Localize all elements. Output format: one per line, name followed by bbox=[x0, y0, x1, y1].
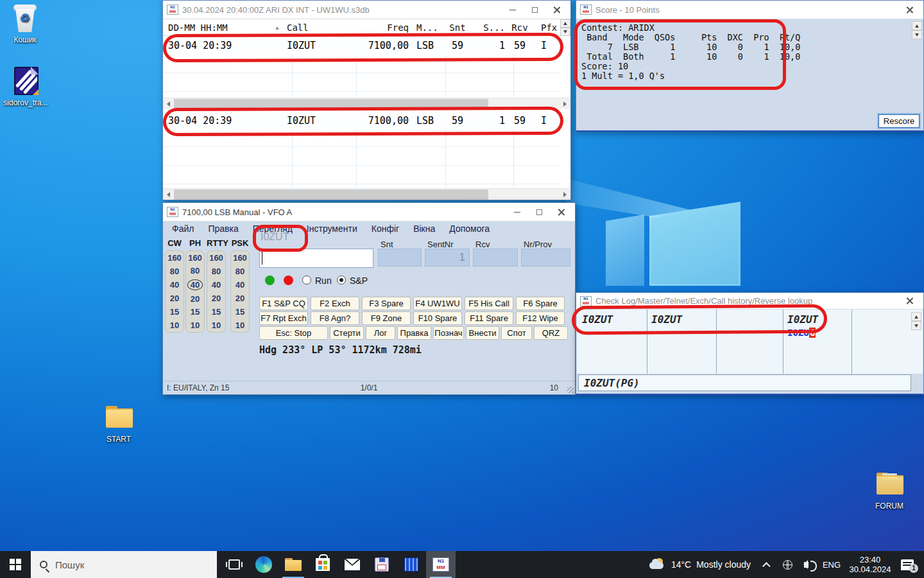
spin-down-icon[interactable] bbox=[911, 321, 921, 330]
desktop-icon-recycle-bin[interactable]: ♻ Кошик bbox=[1, 4, 49, 44]
band-button[interactable]: 10 bbox=[167, 320, 182, 330]
check-partial-call[interactable]: I0ZUG bbox=[787, 328, 816, 338]
band-button[interactable]: 80 bbox=[233, 267, 247, 276]
band-button[interactable]: 10 bbox=[188, 320, 202, 330]
band-button[interactable]: 80 bbox=[188, 266, 202, 276]
fkey-button[interactable]: F6 Spare bbox=[516, 297, 565, 310]
store-button[interactable] bbox=[308, 551, 338, 578]
scrollbar-thumb[interactable] bbox=[174, 99, 488, 109]
spin-up-icon[interactable] bbox=[911, 312, 921, 321]
run-radio[interactable] bbox=[302, 276, 311, 285]
menu-windows[interactable]: Вікна bbox=[413, 223, 435, 236]
edit-button[interactable]: Правка bbox=[397, 326, 431, 340]
tray-overflow-button[interactable] bbox=[757, 562, 778, 568]
check-window-titlebar[interactable]: N1MM Check Log/Master/Telnet/Exch/Call h… bbox=[576, 293, 923, 310]
fkey-button[interactable]: F10 Spare bbox=[413, 311, 462, 325]
check-call-master[interactable]: I0ZUT bbox=[651, 313, 682, 326]
close-button[interactable] bbox=[546, 2, 567, 17]
notification-center-button[interactable]: 1 bbox=[896, 559, 924, 570]
qrz-button[interactable]: QRZ bbox=[534, 326, 568, 340]
callsign-input[interactable] bbox=[259, 249, 373, 268]
band-button[interactable]: 160 bbox=[165, 253, 184, 263]
menu-tools[interactable]: Інструменти bbox=[307, 223, 357, 236]
spin-up-icon[interactable] bbox=[912, 21, 922, 30]
menu-config[interactable]: Конфіг bbox=[372, 223, 399, 236]
close-button[interactable] bbox=[551, 204, 571, 220]
desktop-icon-forum-folder[interactable]: FORUM bbox=[866, 470, 913, 511]
check-call-log[interactable]: I0ZUT bbox=[582, 313, 613, 326]
weather-widget[interactable]: 14°C Mostly cloudy bbox=[643, 558, 757, 571]
sentnr-input[interactable]: 1 bbox=[425, 249, 470, 267]
scrollbar-thumb[interactable] bbox=[174, 189, 488, 200]
fkey-button[interactable]: F7 Rpt Exch bbox=[259, 311, 308, 325]
log-table-header[interactable]: DD-MM HH:MM Call Freq M... Snt S... Rcv … bbox=[163, 19, 560, 36]
band-button[interactable]: 40 bbox=[167, 280, 182, 290]
band-button[interactable]: 160 bbox=[185, 253, 205, 263]
band-button[interactable]: 80 bbox=[209, 267, 223, 276]
band-button[interactable]: 15 bbox=[167, 307, 182, 317]
band-button[interactable]: 20 bbox=[209, 293, 223, 303]
spot-button[interactable]: Спот bbox=[501, 326, 532, 340]
band-button[interactable]: 80 bbox=[167, 267, 182, 276]
scroll-right-icon[interactable] bbox=[560, 98, 570, 109]
scroll-left-icon[interactable] bbox=[163, 98, 174, 109]
nrprov-input[interactable] bbox=[521, 249, 570, 267]
desktop-icon-sidorov-file[interactable]: sidorov_tra... bbox=[2, 67, 49, 107]
fkey-button[interactable]: F2 Exch bbox=[311, 297, 359, 310]
snt-input[interactable] bbox=[378, 249, 422, 267]
log-entry-row[interactable]: 30-04 20:39 I0ZUT 7100,00 LSB 59 1 59 I bbox=[163, 111, 560, 130]
column-header-serial[interactable]: S... bbox=[474, 22, 505, 33]
menu-edit[interactable]: Правка bbox=[208, 223, 238, 236]
language-button[interactable]: ENG bbox=[819, 560, 844, 570]
minimize-button[interactable] bbox=[502, 2, 523, 17]
column-header-freq[interactable]: Freq bbox=[357, 22, 409, 33]
band-button[interactable]: 160 bbox=[207, 253, 226, 263]
fkey-button[interactable]: F8 Agn? bbox=[311, 311, 359, 325]
band-button[interactable]: 15 bbox=[233, 307, 247, 317]
log-button[interactable]: Лог bbox=[366, 326, 395, 340]
maximize-button[interactable] bbox=[524, 2, 545, 17]
esc-stop-button[interactable]: Esc: Stop bbox=[259, 326, 328, 340]
fkey-button[interactable]: F3 Spare bbox=[362, 297, 411, 310]
close-button[interactable] bbox=[899, 2, 920, 17]
logger-save-button[interactable] bbox=[367, 551, 397, 578]
log-entry-row[interactable]: 30-04 20:39 I0ZUT 7100,00 LSB 59 1 59 I bbox=[163, 36, 560, 55]
scroll-left-icon[interactable] bbox=[163, 189, 174, 200]
score-window-titlebar[interactable]: N1MM Score - 10 Points bbox=[576, 1, 923, 19]
spin-down-icon[interactable] bbox=[560, 28, 570, 36]
fkey-button[interactable]: F9 Zone bbox=[362, 311, 411, 325]
spin-down-icon[interactable] bbox=[912, 30, 922, 39]
rcv-input[interactable] bbox=[473, 249, 518, 267]
band-button[interactable]: 40 bbox=[233, 280, 247, 290]
band-button[interactable]: 10 bbox=[209, 320, 223, 330]
band-button[interactable]: 160 bbox=[230, 253, 250, 263]
mark-button[interactable]: Познач bbox=[433, 326, 464, 340]
mail-button[interactable] bbox=[338, 551, 367, 578]
wipe-button[interactable]: Стерти bbox=[330, 326, 364, 340]
log-header-spinner[interactable] bbox=[560, 19, 570, 36]
minimize-button[interactable] bbox=[507, 204, 527, 220]
task-view-button[interactable] bbox=[219, 551, 249, 578]
band-button[interactable]: 15 bbox=[209, 307, 223, 317]
scroll-right-icon[interactable] bbox=[560, 189, 570, 200]
log-hscrollbar-lower[interactable] bbox=[163, 188, 570, 200]
clock-button[interactable]: 23:40 30.04.2024 bbox=[844, 555, 896, 574]
search-input[interactable] bbox=[55, 559, 184, 570]
entry-window-titlebar[interactable]: N1MM 7100,00 LSB Manual - VFO A bbox=[163, 203, 575, 222]
fkey-button[interactable]: F12 Wipe bbox=[516, 311, 565, 325]
volume-button[interactable] bbox=[797, 562, 819, 568]
store-button[interactable]: Внести bbox=[466, 326, 499, 340]
spin-up-icon[interactable] bbox=[560, 19, 570, 28]
n1mm-taskbar-button[interactable]: N1MM bbox=[426, 551, 456, 578]
archive-app-button[interactable] bbox=[397, 551, 426, 578]
log-hscrollbar-upper[interactable] bbox=[163, 98, 570, 109]
fkey-button[interactable]: F11 Spare bbox=[465, 311, 513, 325]
resize-grip[interactable] bbox=[567, 387, 574, 393]
check-spinner[interactable] bbox=[911, 312, 921, 330]
start-button[interactable] bbox=[0, 551, 31, 578]
sp-radio[interactable] bbox=[337, 276, 346, 285]
desktop-icon-start-folder[interactable]: START bbox=[95, 403, 142, 444]
network-button[interactable] bbox=[778, 560, 797, 570]
band-button[interactable]: 40 bbox=[209, 280, 223, 290]
close-button[interactable] bbox=[899, 293, 920, 309]
